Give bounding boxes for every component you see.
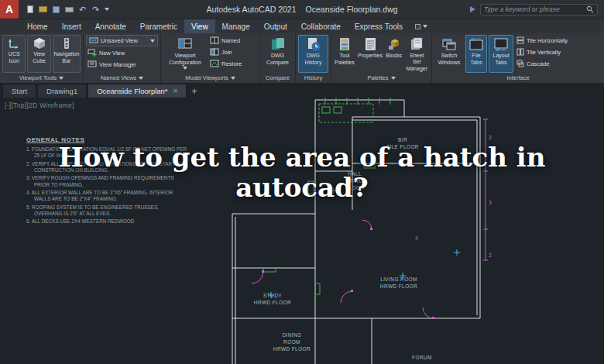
cascade-button[interactable]: Cascade bbox=[515, 58, 569, 69]
search-input[interactable] bbox=[484, 5, 583, 13]
room-label-study: STUDY HRWD FLOOR bbox=[244, 292, 301, 306]
tab-parametric[interactable]: Parametric bbox=[133, 19, 184, 33]
ucs-icon-button[interactable]: UCS Icon bbox=[2, 35, 26, 73]
share-icon[interactable] bbox=[470, 6, 475, 12]
file-tabs-icon bbox=[468, 36, 484, 52]
blocks-button[interactable]: Blocks bbox=[385, 35, 403, 73]
ribbon-options-button[interactable] bbox=[410, 19, 433, 33]
file-tab-drawing1[interactable]: Drawing1 bbox=[37, 84, 87, 98]
file-tabs-button[interactable]: File Tabs bbox=[465, 35, 487, 73]
panel-compare: DWG Compare Compare bbox=[260, 33, 296, 83]
button-label: Tabs bbox=[496, 60, 507, 66]
tool-palettes-icon bbox=[337, 36, 352, 52]
dwg-compare-button[interactable]: DWG Compare bbox=[263, 35, 293, 73]
autocad-logo[interactable]: A bbox=[0, 0, 19, 19]
view-manager-icon bbox=[88, 60, 97, 69]
save-icon[interactable] bbox=[52, 5, 60, 14]
general-note: 5. ROOFING SYSTEM IS TO BE ENGINEERED TR… bbox=[26, 204, 187, 218]
ucs-axes-icon bbox=[7, 36, 21, 50]
properties-button[interactable]: Properties bbox=[357, 35, 383, 73]
sheet-set-manager-icon bbox=[409, 36, 424, 52]
document-title: Oceanside Floorplan.dwg bbox=[306, 5, 398, 14]
titlebar-right bbox=[470, 4, 604, 15]
file-tab-label: Oceanside Floorplan* bbox=[97, 87, 167, 95]
search-icon[interactable] bbox=[586, 5, 594, 13]
drawing-canvas[interactable]: [-][Top][2D Wireframe] GENERAL NOTES 1. … bbox=[0, 98, 604, 364]
button-label: Blocks bbox=[386, 53, 402, 59]
close-icon[interactable]: × bbox=[173, 88, 178, 95]
general-note: 6. ALL DECKS USE 2X4 WESTERN REDWOOD bbox=[26, 218, 187, 225]
app-title: Autodesk AutoCAD 2021 bbox=[206, 5, 296, 14]
chevron-down-icon bbox=[423, 25, 427, 28]
tile-horizontally-button[interactable]: Tile Horizontally bbox=[515, 35, 569, 46]
tool-palettes-button[interactable]: Tool Palettes bbox=[334, 35, 355, 73]
ribbon: UCS Icon View Cube Navigation Bar Viewpo… bbox=[0, 33, 604, 83]
file-tab-oceanside-floorplan[interactable]: Oceanside Floorplan* × bbox=[88, 84, 187, 98]
current-view-dropdown[interactable]: Unsaved View bbox=[86, 35, 158, 46]
tab-collaborate[interactable]: Collaborate bbox=[294, 19, 348, 33]
file-tab-start[interactable]: Start bbox=[2, 84, 36, 98]
chevron-down-icon bbox=[150, 39, 155, 43]
panel-label-model-viewports[interactable]: Model Viewports bbox=[161, 73, 259, 83]
chevron-down-icon bbox=[391, 77, 396, 80]
button-label: Join bbox=[221, 49, 232, 56]
tab-output[interactable]: Output bbox=[257, 19, 294, 33]
panel-label-palettes[interactable]: Palettes bbox=[331, 73, 431, 83]
open-file-icon[interactable] bbox=[39, 5, 47, 14]
button-label: Viewport bbox=[174, 53, 195, 59]
undo-icon[interactable]: ↶ bbox=[78, 5, 87, 14]
button-label: New View bbox=[99, 50, 125, 57]
switch-windows-button[interactable]: Switch Windows bbox=[434, 35, 464, 73]
button-label: Layout bbox=[492, 53, 509, 59]
panel-label-interface[interactable]: Interface bbox=[432, 73, 604, 83]
panel-label-compare[interactable]: Compare bbox=[260, 73, 295, 83]
plot-icon[interactable] bbox=[65, 5, 74, 14]
panel-label-named-views[interactable]: Named Views bbox=[84, 73, 160, 83]
named-viewports-button[interactable]: Named bbox=[208, 35, 243, 46]
qat-dropdown-icon[interactable] bbox=[105, 8, 109, 11]
new-view-button[interactable]: New View bbox=[86, 47, 158, 58]
viewport-controls[interactable]: [-][Top][2D Wireframe] bbox=[5, 101, 74, 109]
tab-annotate[interactable]: Annotate bbox=[88, 19, 133, 33]
dimension-text: 2 bbox=[489, 135, 492, 140]
sheet-set-manager-button[interactable]: Sheet Set Manager bbox=[404, 35, 429, 73]
button-label: History bbox=[305, 60, 322, 66]
new-file-icon[interactable] bbox=[26, 5, 34, 14]
dwg-history-button[interactable]: DWG History bbox=[298, 35, 328, 73]
layout-tabs-button[interactable]: Layout Tabs bbox=[489, 35, 513, 73]
walls-layer bbox=[232, 100, 480, 364]
navigation-bar-icon bbox=[60, 36, 74, 50]
restore-viewports-button[interactable]: Restore bbox=[208, 58, 243, 69]
panel-palettes: Tool Palettes Properties Blocks Sheet Se… bbox=[331, 33, 432, 83]
new-view-icon bbox=[88, 48, 97, 57]
ribbon-state-icon bbox=[415, 24, 420, 29]
new-drawing-tab-button[interactable]: + bbox=[187, 84, 201, 98]
button-label: Properties bbox=[358, 53, 383, 59]
view-manager-button[interactable]: View Manager bbox=[86, 59, 158, 70]
ribbon-tab-bar: Home Insert Annotate Parametric View Man… bbox=[0, 19, 604, 33]
tab-express-tools[interactable]: Express Tools bbox=[348, 19, 410, 33]
tab-view[interactable]: View bbox=[184, 19, 215, 33]
dwg-history-icon bbox=[306, 36, 321, 52]
panel-label-history[interactable]: History bbox=[296, 73, 331, 83]
viewport-configuration-icon bbox=[177, 36, 193, 52]
tab-insert[interactable]: Insert bbox=[55, 19, 88, 33]
tab-manage[interactable]: Manage bbox=[215, 19, 257, 33]
button-label: View Manager bbox=[99, 61, 136, 68]
redo-icon[interactable]: ↷ bbox=[91, 5, 100, 14]
tab-home[interactable]: Home bbox=[20, 19, 55, 33]
panel-history: DWG History History bbox=[296, 33, 331, 83]
navigation-bar-button[interactable]: Navigation Bar bbox=[53, 35, 81, 73]
tile-vertically-button[interactable]: Tile Vertically bbox=[515, 46, 569, 57]
title-bar: A ↶ ↷ Autodesk AutoCAD 2021 Oceanside Fl… bbox=[0, 0, 604, 19]
panel-label-viewport-tools[interactable]: Viewport Tools bbox=[0, 73, 83, 83]
viewport-configuration-button[interactable]: Viewport Configuration bbox=[163, 35, 207, 73]
room-label-forum: FORUM bbox=[399, 354, 445, 361]
view-cube-button[interactable]: View Cube bbox=[27, 35, 50, 73]
button-label: Tile Horizontally bbox=[527, 37, 568, 44]
panel-named-views: Unsaved View New View View Manager Named… bbox=[84, 33, 161, 83]
room-label-dining-room: DINING ROOM HRWD FLOOR bbox=[265, 331, 319, 352]
chevron-down-icon bbox=[139, 77, 143, 80]
join-viewports-button[interactable]: Join bbox=[208, 46, 243, 57]
button-label: File bbox=[472, 53, 480, 59]
